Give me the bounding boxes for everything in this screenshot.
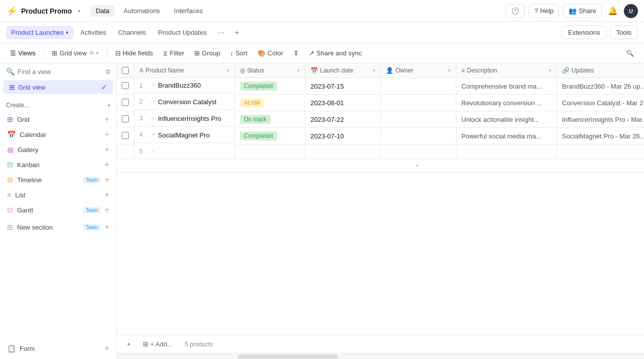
tools-button[interactable]: Tools [610,26,638,39]
cell-status[interactable]: Completed [235,78,305,95]
form-add-icon[interactable]: + [105,344,109,353]
cell-status[interactable]: On track [235,111,305,128]
create-list-item[interactable]: ≡ List + [0,187,116,202]
cell-launch-date[interactable]: 2023-07-15 [305,78,381,95]
cell-updates[interactable] [557,145,645,159]
data-tab[interactable]: Data [91,5,114,17]
cell-status[interactable]: Completed [235,128,305,145]
share-sync-button[interactable]: ↗ Share and sync [305,47,366,59]
tab-add-button[interactable]: + [230,26,243,39]
create-kanban-item[interactable]: ⊟ Kanban + [0,157,116,172]
row-height-button[interactable]: ⇕ [289,47,303,59]
table-scroll[interactable]: A Product Name ▾ ◎ Status ▾ [117,63,644,335]
list-add-icon[interactable]: + [105,190,109,199]
history-button[interactable]: 🕐 [506,4,525,18]
automations-tab[interactable]: Automations [119,5,165,17]
cell-owner[interactable] [381,111,456,128]
filter-button[interactable]: ⧖ Filter [159,47,188,59]
header-status[interactable]: ◎ Status ▾ [235,63,305,78]
notification-button[interactable]: 🔔 [606,4,620,18]
search-button[interactable]: 🔍 [622,47,638,59]
select-all-checkbox[interactable] [122,67,129,74]
add-row-icon-cell[interactable]: + [117,159,644,173]
row-expand-icon[interactable]: ⤢ [150,132,155,138]
views-toggle[interactable]: ☰ Views [6,47,39,59]
cell-description[interactable]: Revolutionary conversion ... [456,95,557,111]
row-expand-icon[interactable]: ⤢ [150,82,155,89]
cell-updates[interactable]: SocialMagnet Pro - Mar 26... [557,128,645,145]
row-checkbox-cell[interactable] [117,78,134,95]
help-button[interactable]: ? Help [529,4,559,18]
row-checkbox[interactable] [122,82,129,89]
cell-num-name[interactable]: 5 ⤢ [134,145,235,159]
sidebar-settings-icon[interactable]: ⚙ [105,68,111,76]
cell-num-name[interactable]: 1 ⤢ BrandBuzz360 [134,78,235,93]
avatar[interactable]: U [624,4,638,18]
header-product-name[interactable]: A Product Name ▾ [134,63,235,78]
header-updates[interactable]: 🔗 Updates ▾ [557,63,645,78]
cell-owner[interactable] [381,78,456,95]
row-checkbox-cell[interactable] [117,95,134,111]
new-section-item[interactable]: ⊞ New section Team + [0,220,116,235]
create-gallery-item[interactable]: ▦ Gallery + [0,142,116,157]
add-row-button[interactable]: + [123,338,135,350]
timeline-add-icon[interactable]: + [105,175,109,184]
sort-button[interactable]: ↕ Sort [226,47,251,59]
create-grid-item[interactable]: ⊞ Grid + [0,112,116,127]
row-expand-icon[interactable]: ⤢ [150,99,155,105]
scrollbar-thumb[interactable] [237,354,338,358]
row-checkbox[interactable] [122,115,129,122]
header-owner[interactable]: 👤 Owner ▾ [381,63,456,78]
color-button[interactable]: 🎨 Color [254,47,287,59]
tab-more-button[interactable]: ⋯ [214,27,228,38]
row-checkbox[interactable] [122,132,129,139]
tab-product-updates[interactable]: Product Updates [153,26,212,39]
cell-description[interactable] [456,145,557,159]
cell-launch-date[interactable]: 2023-08-01 [305,95,381,111]
cell-owner[interactable] [381,95,456,111]
cell-updates[interactable]: InfluencerInsights Pro - Mar... [557,111,645,128]
cell-launch-date[interactable]: 2023-07-10 [305,128,381,145]
calendar-add-icon[interactable]: + [105,130,109,139]
cell-launch-date[interactable]: 2023-07-22 [305,111,381,128]
gantt-add-icon[interactable]: + [105,205,109,214]
sidebar-view-grid[interactable]: ⊞ Grid view ✓ [3,80,113,94]
create-timeline-item[interactable]: ⊠ Timeline Team + [0,172,116,187]
group-button[interactable]: ⊞ Group [190,47,224,59]
tab-product-launches[interactable]: Product Launches ▾ [6,26,73,39]
row-checkbox-cell[interactable] [117,145,134,159]
create-gantt-item[interactable]: ⊟ Gantt Team + [0,202,116,218]
header-description[interactable]: ≡ Description ▾ [456,63,557,78]
create-section-header[interactable]: Create... ▾ [0,99,116,112]
extensions-button[interactable]: Extensions [561,26,607,39]
cell-launch-date[interactable] [305,145,381,159]
cell-status[interactable] [235,145,305,159]
grid-view-button[interactable]: ⊞ Grid view ⚙ ▾ [48,47,102,59]
cell-num-name[interactable]: 4 ⤢ SocialMagnet Pro [134,128,235,143]
cell-num-name[interactable]: 3 ⤢ InfluencerInsights Pro [134,111,235,126]
cell-owner[interactable] [381,128,456,145]
interfaces-tab[interactable]: Interfaces [169,5,208,17]
horizontal-scrollbar[interactable] [117,353,644,359]
tab-channels[interactable]: Channels [113,26,151,39]
row-expand-icon[interactable]: ⤢ [150,148,155,155]
row-expand-icon[interactable]: ⤢ [150,115,155,122]
sidebar-search-input[interactable] [18,68,102,76]
header-checkbox[interactable] [117,63,134,78]
cell-status[interactable]: At risk [235,95,305,111]
tab-activities[interactable]: Activities [75,26,111,39]
cell-description[interactable]: Powerful social media ma... [456,128,557,145]
cell-owner[interactable] [381,145,456,159]
grid-add-icon[interactable]: + [105,115,109,124]
cell-description[interactable]: Unlock actionable insight... [456,111,557,128]
kanban-add-icon[interactable]: + [105,160,109,169]
cell-num-name[interactable]: 2 ⤢ Conversion Catalyst [134,95,235,110]
form-item[interactable]: 📋 Form + [0,341,116,359]
add-row[interactable]: + [117,159,644,173]
hide-fields-button[interactable]: ⊟ Hide fields [111,47,157,59]
row-checkbox[interactable] [122,99,129,106]
cell-updates[interactable]: BrandBuzz360 - Mar 26 up... [557,78,645,95]
gallery-add-icon[interactable]: + [105,145,109,154]
row-checkbox-cell[interactable] [117,111,134,128]
new-section-add-icon[interactable]: + [105,223,109,232]
